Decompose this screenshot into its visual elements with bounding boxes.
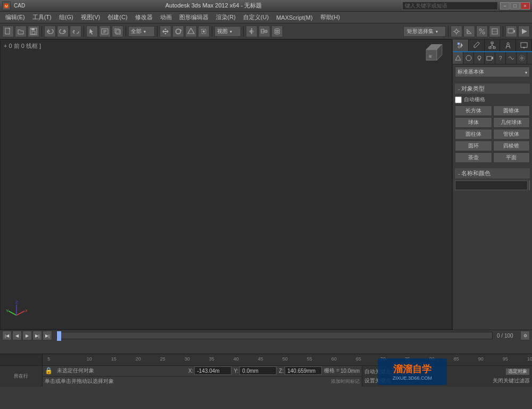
standard-dropdown[interactable]: 标准基本体 [455,67,530,77]
save-button[interactable] [28,26,39,37]
menu-create[interactable]: 创建(C) [104,12,130,22]
use-center-button[interactable] [198,26,210,37]
redo-button[interactable] [57,26,69,37]
geometry-tab[interactable] [453,52,463,64]
align-button[interactable] [259,26,270,37]
teapot-button[interactable]: 茶壶 [455,152,492,163]
svg-point-13 [176,29,181,34]
quick-render-button[interactable] [518,26,530,37]
selection-region-dropdown[interactable]: 矩形选择集 [403,26,446,37]
svg-rect-6 [74,32,77,34]
svg-rect-70 [487,56,492,60]
menu-help[interactable]: 帮助(H) [317,12,343,22]
svg-text:?: ? [499,55,502,61]
tick-35: 35 [209,356,214,362]
cone-button[interactable]: 圆锥体 [493,105,530,116]
object-type-header[interactable]: 对象类型 [455,84,530,94]
svg-text:M: M [5,4,8,8]
percent-snap-button[interactable] [476,26,488,37]
pyramid-button[interactable]: 四棱锥 [493,141,530,151]
go-start-button[interactable]: |◀ [2,331,12,340]
select-object-button[interactable] [86,26,98,37]
undo-button[interactable] [44,26,56,37]
svg-text:X: X [25,308,27,313]
select-scale-button[interactable] [185,26,197,37]
object-type-row1: 长方体 圆锥体 [455,105,530,116]
box-button[interactable]: 长方体 [455,105,492,116]
menu-customize[interactable]: 自定义(U) [240,12,272,22]
menu-group[interactable]: 组(G) [56,12,77,22]
motion-panel-tab[interactable] [500,39,516,51]
menu-view[interactable]: 视图(V) [78,12,104,22]
play-button[interactable]: ▶ [22,331,32,340]
prev-frame-button[interactable]: ◀ [12,331,22,340]
z-input[interactable] [285,366,322,375]
systems-tab[interactable] [517,52,527,64]
navigation-cube[interactable]: 前 [421,44,447,66]
shapes-tab[interactable] [463,52,474,64]
svg-rect-2 [5,28,10,34]
geosphere-button[interactable]: 几何球体 [493,117,530,128]
go-end-button[interactable]: ▶| [43,331,52,340]
display-panel-tab[interactable] [516,39,532,51]
new-button[interactable] [2,26,14,37]
undo-history-button[interactable] [70,26,81,37]
cameras-tab[interactable] [485,52,495,64]
snap-3d-button[interactable] [451,26,462,37]
svg-rect-50 [458,43,460,45]
menu-maxscript[interactable]: MAXScript(M) [273,13,315,22]
selection-lock-btn[interactable]: 选定对象 [505,368,530,375]
sphere-button[interactable]: 球体 [455,117,492,128]
status-row2: 单击或单击并拖动以选择对象 添加时间标记 [43,377,362,387]
spacewarps-tab[interactable] [506,52,517,64]
color-swatch[interactable] [529,181,530,190]
select-rotate-button[interactable] [172,26,184,37]
region-label: 矩形选择集 [407,28,434,35]
object-name-input[interactable] [455,181,528,190]
menu-edit[interactable]: 编辑(E) [2,12,28,22]
cylinder-button[interactable]: 圆柱体 [455,129,492,140]
menu-tools[interactable]: 工具(T) [29,12,55,22]
spinner-snap-button[interactable] [489,26,501,37]
viewport[interactable]: + 0 前 0 线框 ] 前 X Y Z [0,39,452,330]
timeline-thumb[interactable] [57,331,61,341]
select-by-name-button[interactable] [99,26,111,37]
name-color-header[interactable]: 名称和颜色 [455,168,530,178]
svg-marker-65 [455,55,461,60]
svg-point-26 [455,30,458,33]
lights-tab[interactable] [474,52,485,64]
title-search-box[interactable]: 键入关键字或短语 [402,2,498,10]
menu-graph-editors[interactable]: 图形编辑器 [176,12,212,22]
next-frame-button[interactable]: ▶| [32,331,42,340]
auto-grid-checkbox[interactable] [455,96,462,103]
svg-rect-53 [491,42,493,44]
layer-manager-button[interactable] [271,26,283,37]
time-config-button[interactable]: ⚙ [520,331,530,340]
select-filter-dropdown[interactable]: 全部 [128,26,155,37]
hierarchy-panel-tab[interactable] [485,39,501,51]
create-panel-tab[interactable] [453,39,469,51]
close-button[interactable]: × [520,2,530,10]
window-crossing-button[interactable] [112,26,123,37]
menu-render[interactable]: 渲染(R) [213,12,239,22]
menu-modifiers[interactable]: 修改器 [132,12,156,22]
torus-button[interactable]: 圆环 [455,141,492,151]
menu-animation[interactable]: 动画 [157,12,175,22]
y-input[interactable] [239,366,277,375]
track-bar[interactable]: 5 10 15 20 25 30 35 40 45 50 55 60 65 70… [0,354,532,365]
plane-button[interactable]: 平面 [493,152,530,163]
view-mode-dropdown[interactable]: 视图 [214,26,241,37]
render-scene-button[interactable] [505,26,517,37]
tube-button[interactable]: 管状体 [493,129,530,140]
select-move-button[interactable] [160,26,171,37]
angle-snap-button[interactable] [463,26,475,37]
x-input[interactable] [194,366,231,375]
helpers-tab[interactable]: ? [495,52,506,64]
timeline-slider[interactable] [56,332,493,339]
modify-panel-tab[interactable] [469,39,485,51]
maximize-button[interactable]: □ [510,2,520,10]
mirror-button[interactable] [246,26,257,37]
open-button[interactable] [15,26,27,37]
minimize-button[interactable]: − [500,2,510,10]
coord-fields: X: Y: Z: 栅格 = 10.0mm [188,366,360,375]
